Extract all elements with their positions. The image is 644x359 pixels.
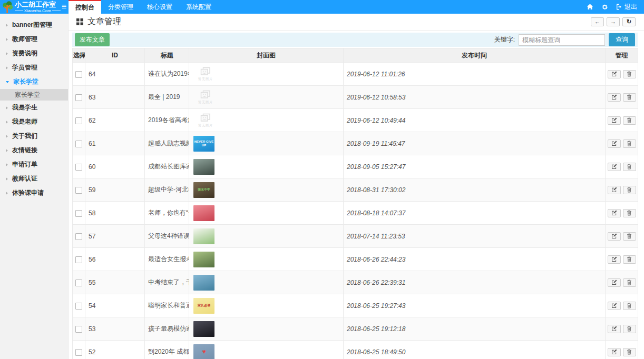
delete-button[interactable] xyxy=(623,93,636,102)
cover-image: ♥ xyxy=(193,344,214,359)
edit-button[interactable] xyxy=(608,325,621,333)
table-row: 56最适合女生报考的32018-06-26 22:44:23 xyxy=(73,248,638,271)
row-checkbox[interactable] xyxy=(75,303,82,310)
delete-button[interactable] xyxy=(623,278,636,287)
row-checkbox[interactable] xyxy=(75,233,82,240)
publish-time: 2018-09-19 11:45:47 xyxy=(344,132,606,155)
refresh-button[interactable]: ↻ xyxy=(622,17,636,26)
table-row: 57父母这4种错误行为2018-07-14 11:23:53 xyxy=(73,225,638,248)
delete-button[interactable] xyxy=(623,325,636,333)
row-checkbox[interactable] xyxy=(75,210,82,217)
back-button[interactable]: ← xyxy=(591,17,604,26)
row-checkbox[interactable] xyxy=(75,141,82,147)
edit-button[interactable] xyxy=(608,232,621,241)
forward-button[interactable]: → xyxy=(607,17,620,26)
chevron-right-icon xyxy=(6,38,8,41)
row-checkbox[interactable] xyxy=(75,349,82,356)
table-row: 60成都站长图库家教网2018-09-05 15:27:47 xyxy=(73,155,638,178)
edit-button[interactable] xyxy=(608,186,621,194)
delete-button[interactable] xyxy=(623,186,636,194)
cover-image xyxy=(193,321,214,337)
sidebar-item[interactable]: 我是老师 xyxy=(0,115,68,129)
trash-icon xyxy=(627,280,632,285)
sidebar-item[interactable]: banner图管理 xyxy=(0,18,68,32)
logo-text: 小二胡工作室 Xiaoerhu.Com xyxy=(15,1,61,13)
article-id: 56 xyxy=(85,248,145,271)
sidebar-item[interactable]: 教师认证 xyxy=(0,172,68,186)
table-row: 622019各省高考放暂无图片2019-06-12 10:49:44 xyxy=(73,109,638,132)
article-title: 到2020年 成都 xyxy=(145,341,189,359)
delete-button[interactable] xyxy=(623,116,636,125)
cover-image-text: 家长必读 xyxy=(198,304,210,307)
edit-button[interactable] xyxy=(608,348,621,356)
publish-time: 2018-07-14 11:23:53 xyxy=(344,225,606,248)
delete-button[interactable] xyxy=(623,348,636,356)
edit-button[interactable] xyxy=(608,116,621,125)
top-tab[interactable]: 分类管理 xyxy=(101,0,140,14)
top-tab[interactable]: 控制台 xyxy=(69,0,101,14)
edit-button[interactable] xyxy=(608,139,621,148)
delete-button[interactable] xyxy=(623,70,636,78)
delete-button[interactable] xyxy=(623,209,636,217)
row-checkbox[interactable] xyxy=(75,280,82,286)
delete-button[interactable] xyxy=(623,232,636,241)
publish-article-button[interactable]: 发布文章 xyxy=(75,33,110,46)
search-group: 关键字: 查询 xyxy=(494,33,635,46)
chevron-right-icon xyxy=(6,163,8,166)
delete-button[interactable] xyxy=(623,163,636,171)
sidebar-item[interactable]: 申请订单 xyxy=(0,157,68,172)
keyword-search-input[interactable] xyxy=(519,34,605,46)
sidebar-subitem[interactable]: 家长学堂 xyxy=(0,89,68,101)
search-button[interactable]: 查询 xyxy=(609,33,635,46)
chevron-right-icon xyxy=(6,52,8,55)
top-tab[interactable]: 系统配置 xyxy=(179,0,218,14)
edit-button[interactable] xyxy=(608,209,621,217)
sidebar-item-label: 学员管理 xyxy=(12,63,37,72)
app-logo[interactable]: 小二胡工作室 Xiaoerhu.Com ≡ xyxy=(0,0,69,14)
history-nav: ← → ↻ xyxy=(591,17,636,26)
edit-button[interactable] xyxy=(608,255,621,264)
delete-button[interactable] xyxy=(623,255,636,264)
forward-arrow-icon: → xyxy=(610,19,616,25)
row-checkbox[interactable] xyxy=(75,71,82,78)
topbar-actions: 退出 xyxy=(587,0,644,14)
manage-cell xyxy=(606,132,638,155)
trash-icon xyxy=(627,256,632,262)
row-checkbox[interactable] xyxy=(75,164,82,171)
sidebar: banner图管理教师管理资费说明学员管理家长学堂家长学堂我是学生我是老师关于我… xyxy=(0,14,69,359)
row-checkbox[interactable] xyxy=(75,187,82,194)
menu-toggle-icon[interactable]: ≡ xyxy=(62,3,66,11)
delete-button[interactable] xyxy=(623,139,636,148)
broken-image-icon xyxy=(200,67,211,76)
logout-button[interactable]: 退出 xyxy=(616,3,637,12)
publish-time: 2018-08-18 14:07:37 xyxy=(344,202,606,225)
row-checkbox[interactable] xyxy=(75,326,82,333)
sidebar-item[interactable]: 教师管理 xyxy=(0,32,68,46)
edit-button[interactable] xyxy=(608,302,621,310)
select-cell xyxy=(73,86,85,109)
sidebar-item-label: 教师认证 xyxy=(12,174,37,183)
gear-icon[interactable] xyxy=(601,4,608,11)
delete-button[interactable] xyxy=(623,302,636,310)
edit-button[interactable] xyxy=(608,93,621,102)
sidebar-item[interactable]: 家长学堂 xyxy=(0,75,68,89)
sidebar-item[interactable]: 资费说明 xyxy=(0,46,68,61)
column-header: 发布时间 xyxy=(344,48,606,63)
sidebar-item[interactable]: 我是学生 xyxy=(0,101,68,115)
edit-button[interactable] xyxy=(608,70,621,78)
select-cell xyxy=(73,317,85,341)
no-image-placeholder: 暂无图片 xyxy=(193,113,218,128)
sidebar-item[interactable]: 关于我们 xyxy=(0,129,68,143)
edit-button[interactable] xyxy=(608,278,621,287)
row-checkbox[interactable] xyxy=(75,94,82,101)
sidebar-item[interactable]: 学员管理 xyxy=(0,61,68,75)
row-checkbox[interactable] xyxy=(75,256,82,263)
row-checkbox[interactable] xyxy=(75,117,82,124)
article-id: 61 xyxy=(85,132,145,155)
home-icon[interactable] xyxy=(587,4,593,10)
sidebar-item[interactable]: 友情链接 xyxy=(0,143,68,157)
sidebar-item[interactable]: 体验课申请 xyxy=(0,186,68,200)
edit-button[interactable] xyxy=(608,163,621,171)
article-id: 53 xyxy=(85,317,145,341)
top-tab[interactable]: 核心设置 xyxy=(140,0,179,14)
